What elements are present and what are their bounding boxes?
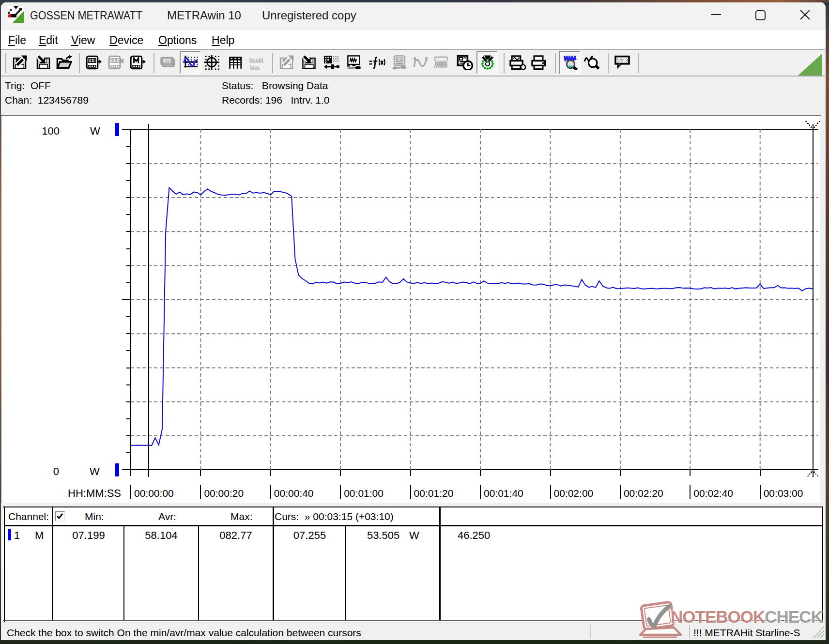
svg-text:00:00:40: 00:00:40 bbox=[274, 488, 314, 499]
svg-text:HH:MM:SS: HH:MM:SS bbox=[68, 487, 121, 499]
svg-text:0: 0 bbox=[53, 465, 59, 477]
svg-text:W: W bbox=[90, 465, 100, 477]
svg-text:00:01:20: 00:01:20 bbox=[414, 488, 454, 499]
svg-text:00:00:00: 00:00:00 bbox=[134, 488, 174, 499]
svg-text:W: W bbox=[90, 125, 100, 137]
svg-text:00:01:40: 00:01:40 bbox=[484, 488, 523, 499]
svg-text:100: 100 bbox=[42, 125, 60, 137]
svg-text:00:01:00: 00:01:00 bbox=[344, 488, 384, 499]
svg-text:00:00:20: 00:00:20 bbox=[204, 488, 244, 499]
svg-text:00:02:00: 00:02:00 bbox=[554, 488, 594, 499]
svg-text:00:02:20: 00:02:20 bbox=[624, 488, 663, 499]
svg-text:00:03:00: 00:03:00 bbox=[764, 488, 803, 499]
svg-text:00:02:40: 00:02:40 bbox=[693, 488, 733, 499]
